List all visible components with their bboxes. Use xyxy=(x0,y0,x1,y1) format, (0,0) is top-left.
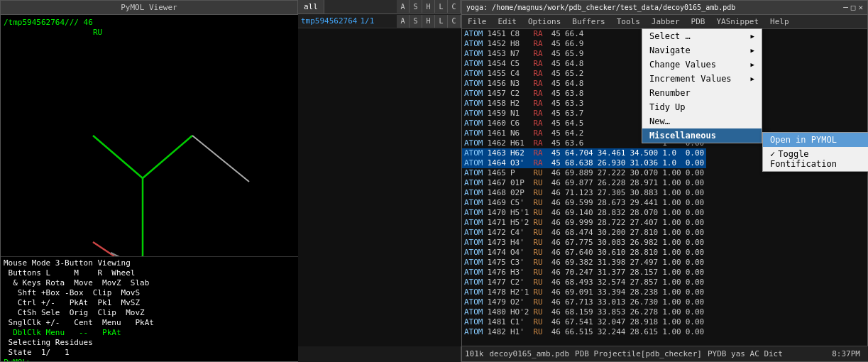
table-row: ATOM1473H4'RU4667.77530.08326.9821.000.0… xyxy=(462,238,706,248)
pdb-win-maximize[interactable]: □ xyxy=(851,3,856,12)
table-row: ATOM1464O3'RA4568.63826.93031.0361.00.00 xyxy=(462,158,706,168)
toggle-check-icon: ✓ xyxy=(770,149,775,159)
menu-help[interactable]: Help xyxy=(767,17,792,26)
table-row: ATOM146802PRU4671.12327.30530.8831.000.0… xyxy=(462,188,706,198)
pdb-menubar: File Edit Options Buffers Tools Jabber P… xyxy=(462,15,867,29)
table-row: ATOM1475C3'RU4669.38231.39827.4971.000.0… xyxy=(462,258,706,268)
menu-edit[interactable]: Edit xyxy=(495,17,520,26)
ctx-select[interactable]: Select … xyxy=(642,29,762,43)
table-row: ATOM1465PRU4669.88927.22230.0701.000.00 xyxy=(462,168,706,178)
pdb-win-minimize[interactable]: ─ xyxy=(843,3,848,12)
table-row: ATOM1472C4'RU4668.47430.20027.8101.000.0… xyxy=(462,228,706,238)
svg-line-4 xyxy=(93,242,114,256)
console-line-9: Selecting Residues xyxy=(4,338,296,348)
molecule-display xyxy=(1,15,299,270)
menu-jabber[interactable]: Jabber xyxy=(649,17,683,26)
statusbar-extra: PYDB yas AC Dict xyxy=(708,349,783,358)
session-row-btn-h[interactable]: H xyxy=(422,15,435,28)
console-line-3: & Keys Rota Move MovZ Slab xyxy=(4,278,296,288)
ctx-miscellaneous[interactable]: Miscellaneous xyxy=(642,128,762,143)
menu-tools[interactable]: Tools xyxy=(614,17,643,26)
session-tab-all[interactable]: all xyxy=(298,0,324,13)
table-row: ATOM1471H5'2RU4669.99928.72227.4071.000.… xyxy=(462,218,706,228)
svg-line-1 xyxy=(93,136,143,178)
table-row: ATOM1463H62RA4564.70434.46134.5001.00.00 xyxy=(462,148,706,158)
menu-buffers[interactable]: Buffers xyxy=(569,17,608,26)
console-line-5: Ctrl +/- PkAt Pk1 MvSZ xyxy=(4,298,296,308)
context-menu: Select … Navigate Change Values Incremen… xyxy=(642,28,762,143)
table-row: ATOM1469C5'RU4669.59928.67329.4411.000.0… xyxy=(462,198,706,208)
session-btn-h[interactable]: H xyxy=(422,0,435,13)
console-line-6: CtSh Sele Orig Clip MovZ xyxy=(4,308,296,318)
table-row: ATOM1479O2'RU4667.71333.01326.7301.000.0… xyxy=(462,297,706,307)
console-line-7: SnglClk +/- Cent Menu PkAt xyxy=(4,318,296,328)
session-panel: all A S H L C tmp594562764 1/1 A S H L C… xyxy=(298,0,461,362)
session-table-area xyxy=(298,28,461,346)
pymol-prompt[interactable]: PyMOL> xyxy=(4,358,296,361)
svg-line-2 xyxy=(143,136,192,178)
pdb-titlebar: yoga: /home/magnus/work/pdb_checker/test… xyxy=(462,1,867,15)
table-row: ATOM1482H1'RU4666.51532.24428.6151.000.0… xyxy=(462,327,706,337)
session-btn-a[interactable]: A xyxy=(397,0,410,13)
table-row: ATOM1478H2'1RU4669.09133.39428.2381.000.… xyxy=(462,287,706,297)
submenu-open-pymol[interactable]: Open in PYMOL xyxy=(763,133,868,147)
menu-pdb[interactable]: PDB xyxy=(688,17,708,26)
session-row: tmp594562764 1/1 A S H L C xyxy=(298,14,461,28)
statusbar-size: 101k xyxy=(465,349,484,358)
table-row: ATOM1477C2'RU4668.49332.57427.8571.000.0… xyxy=(462,278,706,287)
submenu-toggle-fontification[interactable]: ✓Toggle Fontification xyxy=(763,147,868,171)
session-tabs: all A S H L C xyxy=(298,0,461,14)
console-line-4: Shft +Box -Box Clip MovS xyxy=(4,288,296,298)
ctx-navigate[interactable]: Navigate xyxy=(642,43,762,57)
pymol-console: Mouse Mode 3-Button Viewing Buttons L M … xyxy=(1,256,299,361)
pdb-statusbar: 101k decoy0165_amb.pdb PDB Projectile[pd… xyxy=(462,346,868,361)
session-btn-l[interactable]: L xyxy=(435,0,448,13)
session-btn-s[interactable]: S xyxy=(410,0,422,13)
ctx-new[interactable]: New… xyxy=(642,114,762,128)
table-row: ATOM1476H3'RU4670.24731.37728.1571.000.0… xyxy=(462,268,706,278)
session-name: tmp594562764 xyxy=(301,16,357,26)
ctx-tidy-up[interactable]: Tidy Up xyxy=(642,100,762,114)
session-row-btn-s[interactable]: S xyxy=(410,15,422,28)
statusbar-mode: PDB Projectile[pdb_checker] xyxy=(575,349,702,358)
table-row: ATOM1481C1'RU4667.54132.04728.9181.000.0… xyxy=(462,317,706,327)
session-row-btn-c[interactable]: C xyxy=(448,15,461,28)
menu-options[interactable]: Options xyxy=(525,17,564,26)
table-row: ATOM1480HO'2RU4668.15933.85326.2781.000.… xyxy=(462,307,706,317)
table-row: ATOM1470H5'1RU4669.14028.83228.0701.000.… xyxy=(462,208,706,218)
ctx-increment-values[interactable]: Increment Values xyxy=(642,72,762,86)
pymol-viewer-window: PyMOL Viewer /tmp594562764/// 46 RU Mous… xyxy=(0,0,298,362)
session-num: 1/1 xyxy=(360,16,374,26)
menu-yasnippet[interactable]: YASnippet xyxy=(713,17,762,26)
console-line-8: DblClk Menu -- PkAt xyxy=(4,328,296,338)
menu-file[interactable]: File xyxy=(465,17,490,26)
miscellaneous-submenu: Open in PYMOL ✓Toggle Fontification xyxy=(762,132,868,172)
pymol-title-label: PyMOL Viewer xyxy=(121,3,177,12)
statusbar-time: 8:37PM xyxy=(832,349,860,358)
console-line-2: Buttons L M R Wheel xyxy=(4,268,296,278)
ctx-change-values[interactable]: Change Values xyxy=(642,57,762,72)
statusbar-filename: decoy0165_amb.pdb xyxy=(490,349,570,358)
pdb-title-text: yoga: /home/magnus/work/pdb_checker/test… xyxy=(466,4,735,11)
session-btn-c[interactable]: C xyxy=(448,0,461,13)
session-row-btn-a[interactable]: A xyxy=(397,15,410,28)
table-row: ATOM1474O4'RU4667.64030.61028.8101.000.0… xyxy=(462,248,706,258)
session-row-btn-l[interactable]: L xyxy=(435,15,448,28)
pymol-titlebar: PyMOL Viewer xyxy=(1,1,297,15)
svg-line-6 xyxy=(192,136,249,182)
ctx-renumber[interactable]: Renumber xyxy=(642,86,762,100)
console-line-1: Mouse Mode 3-Button Viewing xyxy=(4,258,296,268)
pymol-canvas[interactable]: /tmp594562764/// 46 RU xyxy=(1,15,299,270)
pdb-win-close[interactable]: ✕ xyxy=(858,3,863,12)
console-line-10: State 1/ 1 xyxy=(4,348,296,358)
table-row: ATOM146701PRU4669.87726.22828.9711.000.0… xyxy=(462,178,706,188)
